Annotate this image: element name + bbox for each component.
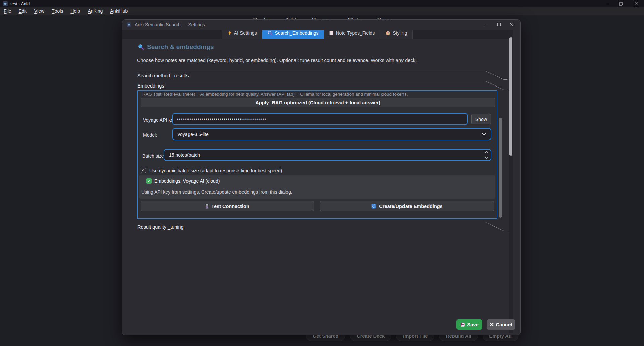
dialog-titlebar: ★ Anki Semantic Search — Settings	[122, 20, 520, 30]
section-embeddings[interactable]: Embeddings	[137, 81, 507, 90]
tab-styling[interactable]: Styling	[380, 30, 413, 39]
embeddings-status-panel: ✓ Embeddings: Voyage AI (cloud) Using AP…	[139, 175, 495, 199]
palette-icon	[386, 31, 390, 35]
close-icon	[635, 2, 638, 6]
menu-help[interactable]: Help	[67, 7, 84, 15]
menu-tools[interactable]: Tools	[48, 7, 67, 15]
dialog-close-button[interactable]	[505, 20, 518, 30]
dialog-minimize-button[interactable]	[480, 20, 493, 30]
section-diagonal-decoration	[485, 81, 507, 90]
save-button[interactable]: Save	[456, 319, 482, 330]
anki-logo-icon: ★	[3, 1, 8, 6]
close-icon	[510, 23, 513, 26]
restore-button[interactable]	[613, 0, 629, 7]
chevron-down-icon	[482, 133, 486, 136]
section-search-method-label: Search method _results	[137, 73, 189, 78]
bolt-icon	[228, 31, 232, 35]
batch-size-spinbox[interactable]: 15 notes/batch	[164, 149, 491, 161]
section-diagonal-decoration	[485, 222, 507, 231]
menu-view[interactable]: View	[31, 7, 48, 15]
window-title: test - Anki	[10, 1, 30, 6]
status-check-icon: ✓	[146, 178, 152, 184]
save-floppy-icon	[460, 322, 465, 327]
cancel-x-icon	[490, 323, 494, 326]
status-line: Embeddings: Voyage AI (cloud)	[154, 178, 220, 184]
refresh-icon	[371, 204, 376, 209]
panel-scrollbar-handle[interactable]	[499, 118, 502, 218]
section-result-quality[interactable]: Result quality _tuning	[137, 222, 507, 231]
settings-dialog: ★ Anki Semantic Search — Settings AI Set…	[122, 19, 521, 335]
api-key-label: Voyage API key:	[143, 117, 177, 123]
section-embeddings-label: Embeddings	[137, 83, 164, 89]
menu-bar: File Edit View Tools Help AnKing AnkiHub	[0, 7, 644, 15]
dialog-anki-icon: ★	[127, 22, 131, 27]
dialog-title: Anki Semantic Search — Settings	[135, 22, 205, 27]
menu-anking[interactable]: AnKing	[84, 7, 106, 15]
settings-tabstrip: AI Settings Search_Embeddings Note Types…	[122, 30, 512, 39]
batch-size-value: 15 notes/batch	[169, 152, 200, 158]
section-diagonal-decoration	[485, 71, 507, 80]
embeddings-panel: RAG split: Retrieval (here) = AI embeddi…	[137, 90, 497, 219]
dialog-controls	[480, 20, 518, 30]
batch-size-label: Batch size:	[142, 153, 165, 159]
test-tube-icon	[205, 204, 209, 209]
anki-main-window: ★ test - Anki File Edit View Tools Help …	[0, 0, 644, 346]
show-api-key-button[interactable]: Show	[471, 114, 491, 124]
minimize-icon	[485, 23, 488, 26]
model-value: voyage-3.5-lite	[178, 132, 209, 137]
menu-ankihub[interactable]: AnkiHub	[106, 7, 131, 15]
cancel-button[interactable]: Cancel	[487, 319, 515, 330]
search-icon	[268, 31, 272, 35]
menu-edit[interactable]: Edit	[15, 7, 31, 15]
apply-rag-optimized-button[interactable]: Apply: RAG-optimized (Cloud retrieval + …	[141, 98, 495, 107]
minimize-button[interactable]	[598, 0, 613, 7]
dialog-maximize-button[interactable]	[493, 20, 505, 30]
close-button[interactable]	[629, 0, 644, 7]
api-key-input[interactable]: ••••••••••••••••••••••••••••••••••••••••…	[172, 113, 468, 125]
maximize-icon	[497, 23, 501, 26]
spin-up-icon[interactable]	[485, 151, 488, 153]
restore-icon	[619, 2, 623, 6]
dialog-scrollbar-handle[interactable]	[509, 37, 512, 156]
dynamic-batch-label[interactable]: Use dynamic batch size (adapt to respons…	[149, 168, 282, 173]
window-titlebar: ★ test - Anki	[0, 0, 644, 7]
minimize-icon	[604, 2, 607, 6]
dynamic-batch-checkbox[interactable]: ✓	[141, 168, 146, 173]
tab-note-types-fields[interactable]: Note Types_Fields	[324, 30, 380, 39]
page-description: Choose how notes are matched (keyword, h…	[137, 58, 417, 63]
window-controls	[598, 0, 644, 7]
section-result-quality-label: Result quality _tuning	[137, 224, 184, 230]
search-heading-icon	[138, 44, 144, 50]
create-update-embeddings-button[interactable]: Create/Update Embeddings	[320, 201, 494, 211]
spin-down-icon[interactable]	[485, 157, 488, 159]
menu-file[interactable]: File	[0, 7, 15, 15]
model-label: Model:	[143, 132, 157, 138]
status-note: Using API key from settings. Create/upda…	[141, 189, 292, 195]
test-connection-button[interactable]: Test Connection	[141, 201, 314, 211]
section-search-method[interactable]: Search method _results	[137, 71, 507, 80]
rag-split-note: RAG split: Retrieval (here) = AI embeddi…	[142, 92, 492, 97]
model-dropdown[interactable]: voyage-3.5-lite	[172, 128, 491, 140]
note-icon	[329, 31, 333, 35]
tab-search-embeddings[interactable]: Search_Embeddings	[262, 30, 324, 39]
tab-ai-settings[interactable]: AI Settings	[222, 30, 263, 39]
page-title: Search & embeddings	[138, 43, 214, 51]
